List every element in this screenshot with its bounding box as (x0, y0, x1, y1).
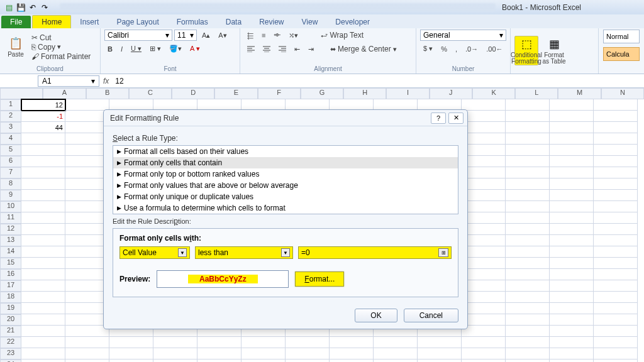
cell[interactable] (286, 348, 330, 359)
cell[interactable] (506, 99, 550, 111)
cell[interactable] (506, 122, 550, 133)
cell[interactable] (374, 348, 418, 359)
cell[interactable] (506, 258, 550, 269)
cell[interactable] (21, 303, 65, 314)
cell[interactable] (418, 348, 462, 359)
cell[interactable] (594, 190, 638, 201)
row-header[interactable]: 13 (0, 235, 21, 246)
decrease-indent-button[interactable]: ⇤ (291, 44, 303, 55)
font-name-select[interactable]: Calibri▾ (104, 30, 172, 41)
increase-decimal-button[interactable]: .0→ (462, 44, 481, 54)
row-header[interactable]: 14 (0, 246, 21, 258)
rule-type-item[interactable]: ▶Format only top or bottom ranked values (113, 168, 458, 180)
cell[interactable] (197, 359, 242, 362)
cell[interactable] (462, 190, 506, 201)
cell[interactable] (462, 224, 506, 235)
cell[interactable]: 44 (21, 122, 65, 133)
cell[interactable] (550, 246, 594, 258)
cell[interactable] (506, 190, 550, 201)
col-header[interactable]: E (214, 88, 257, 99)
cell[interactable] (21, 201, 65, 212)
range-select-icon[interactable]: ⊞ (438, 248, 448, 257)
col-header[interactable]: D (172, 88, 214, 99)
cell[interactable] (21, 314, 65, 326)
cell[interactable] (594, 111, 638, 122)
cell[interactable]: 12 (21, 99, 65, 111)
col-header[interactable]: N (601, 88, 644, 99)
cell[interactable] (550, 212, 594, 224)
comma-button[interactable]: , (452, 44, 460, 54)
rule-type-item[interactable]: ▶Format only values that are above or be… (113, 180, 458, 191)
cell[interactable] (418, 359, 462, 362)
rule-type-item[interactable]: ▶Format only cells that contain (113, 157, 458, 168)
row-header[interactable]: 21 (0, 326, 21, 337)
cell[interactable] (550, 201, 594, 212)
cell[interactable] (330, 359, 374, 362)
cell[interactable] (550, 178, 594, 190)
style-normal[interactable]: Normal (603, 30, 640, 43)
cell[interactable] (21, 145, 65, 156)
cell[interactable] (550, 314, 594, 326)
cell[interactable] (462, 145, 506, 156)
cancel-button[interactable]: Cancel (404, 309, 458, 322)
align-left-button[interactable] (244, 45, 258, 53)
cell[interactable] (550, 190, 594, 201)
row-header[interactable]: 24 (0, 359, 21, 362)
cell[interactable] (594, 359, 638, 362)
col-header[interactable]: M (558, 88, 601, 99)
row-header[interactable]: 12 (0, 224, 21, 235)
tab-review[interactable]: Review (250, 16, 292, 28)
tab-home[interactable]: Home (32, 15, 71, 28)
cell[interactable] (374, 337, 418, 348)
tab-file[interactable]: File (1, 16, 31, 28)
style-calculation[interactable]: Calcula (603, 47, 640, 61)
cell[interactable] (550, 348, 594, 359)
col-header[interactable]: A (43, 88, 86, 99)
cell[interactable] (462, 280, 506, 292)
cell[interactable] (594, 326, 638, 337)
cell[interactable] (594, 337, 638, 348)
cell[interactable] (550, 337, 594, 348)
cell[interactable] (462, 235, 506, 246)
cell[interactable] (550, 156, 594, 167)
cell[interactable] (594, 258, 638, 269)
cell[interactable] (242, 359, 286, 362)
format-painter-button[interactable]: 🖌Format Painter (31, 52, 91, 61)
cell[interactable] (462, 122, 506, 133)
orientation-button[interactable]: ⤭▾ (286, 30, 301, 41)
cell[interactable] (594, 201, 638, 212)
cell[interactable] (506, 111, 550, 122)
cell[interactable] (462, 258, 506, 269)
cell[interactable] (286, 359, 330, 362)
col-header[interactable]: L (515, 88, 558, 99)
cell[interactable] (550, 111, 594, 122)
cell[interactable] (594, 145, 638, 156)
cell[interactable] (550, 145, 594, 156)
cell[interactable] (286, 337, 330, 348)
col-header[interactable]: K (472, 88, 515, 99)
cell[interactable] (550, 269, 594, 280)
cell[interactable] (506, 246, 550, 258)
number-format-select[interactable]: General▾ (420, 30, 506, 41)
increase-indent-button[interactable]: ⇥ (305, 44, 317, 55)
cell[interactable] (550, 224, 594, 235)
condition-type-select[interactable]: Cell Value▼ (119, 246, 190, 259)
cell[interactable] (594, 303, 638, 314)
cell[interactable] (594, 224, 638, 235)
cell[interactable] (594, 314, 638, 326)
cell[interactable] (506, 303, 550, 314)
cell[interactable] (462, 246, 506, 258)
cell[interactable] (462, 314, 506, 326)
cell[interactable] (550, 122, 594, 133)
row-header[interactable]: 10 (0, 201, 21, 212)
rule-type-item[interactable]: ▶Use a formula to determine which cells … (113, 202, 458, 214)
row-header[interactable]: 6 (0, 156, 21, 167)
cell[interactable] (506, 348, 550, 359)
border-button[interactable]: ⊞ ▾ (147, 43, 164, 54)
cell[interactable] (506, 292, 550, 303)
undo-icon[interactable]: ↶ (28, 3, 38, 13)
row-header[interactable]: 8 (0, 178, 21, 190)
cell[interactable] (462, 133, 506, 145)
col-header[interactable]: J (430, 88, 472, 99)
cell[interactable] (594, 122, 638, 133)
